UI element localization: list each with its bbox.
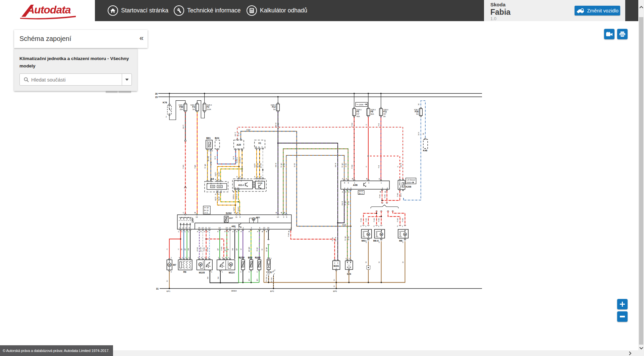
svg-text:rt ws: rt ws <box>373 218 375 222</box>
svg-text:M: M <box>230 263 231 266</box>
svg-text:B: B <box>281 212 282 214</box>
svg-text:rt: rt <box>397 166 399 167</box>
svg-text:br bl: br bl <box>283 163 285 167</box>
svg-text:rt ws: rt ws <box>396 218 398 222</box>
svg-text:2: 2 <box>182 227 183 229</box>
svg-text:A: A <box>342 191 343 193</box>
svg-text:4: 4 <box>189 227 190 229</box>
svg-text:2: 2 <box>210 183 211 185</box>
svg-text:VAN-H: VAN-H <box>235 194 237 200</box>
svg-text:rt ws: rt ws <box>220 247 222 251</box>
svg-text:M114: M114 <box>229 271 234 274</box>
svg-text:sw vi: sw vi <box>341 201 343 205</box>
svg-text:38964: 38964 <box>231 290 237 292</box>
svg-text:sw rt: sw rt <box>182 125 184 129</box>
svg-text:br: br <box>333 279 335 281</box>
svg-text:A: A <box>215 193 216 195</box>
svg-text:gr ge: gr ge <box>265 247 267 252</box>
svg-text:2: 2 <box>240 257 241 259</box>
svg-text:2: 2 <box>255 180 256 182</box>
svg-text:25A: 25A <box>180 108 183 110</box>
svg-text:B: B <box>288 231 290 233</box>
svg-text:1: 1 <box>261 180 262 182</box>
svg-text:A: A <box>200 231 202 233</box>
svg-text:F11: F11 <box>383 110 387 113</box>
svg-text:F: F <box>240 176 241 178</box>
svg-text:4: 4 <box>198 257 199 259</box>
svg-text:1: 1 <box>209 150 210 152</box>
svg-text:M: M <box>404 233 406 236</box>
svg-text:16: 16 <box>226 227 228 229</box>
svg-text:A: A <box>207 231 208 233</box>
svg-text:B: B <box>276 212 277 214</box>
svg-text:rt ws: rt ws <box>396 193 398 197</box>
svg-text:A: A <box>218 179 219 181</box>
svg-text:og gn: og gn <box>237 207 239 211</box>
svg-text:B: B <box>366 178 368 180</box>
svg-text:bl rt: bl rt <box>214 156 216 159</box>
svg-text:C: C <box>183 212 184 214</box>
svg-text:13: 13 <box>263 227 265 229</box>
svg-text:br: br <box>261 248 263 250</box>
svg-text:br: br <box>333 285 335 287</box>
svg-text:rt: rt <box>177 249 179 250</box>
svg-text:bl ws: bl ws <box>206 247 208 251</box>
svg-text:gn ge: gn ge <box>248 247 250 252</box>
svg-text:gr: gr <box>227 248 229 250</box>
svg-text:11: 11 <box>205 227 207 229</box>
svg-text:EP6: EP6 <box>333 290 337 292</box>
svg-text:6: 6 <box>286 216 287 218</box>
svg-text:A75: A75 <box>211 186 214 188</box>
svg-text:3: 3 <box>185 257 186 259</box>
svg-text:K76: K76 <box>163 101 167 104</box>
svg-text:1: 1 <box>207 183 208 185</box>
svg-text:3: 3 <box>283 216 284 218</box>
svg-text:A: A <box>197 231 198 233</box>
svg-text:2: 2 <box>212 150 213 152</box>
svg-text:2: 2 <box>243 227 244 229</box>
svg-text:4: 4 <box>387 187 388 189</box>
svg-text:B160: B160 <box>255 256 261 259</box>
svg-text:6: 6 <box>258 180 259 182</box>
svg-text:K46: K46 <box>423 149 427 152</box>
svg-text:2: 2 <box>397 225 398 227</box>
svg-text:3: 3 <box>402 241 403 243</box>
svg-text:2: 2 <box>266 274 267 276</box>
svg-text:1: 1 <box>365 225 366 227</box>
svg-text:C: C <box>184 231 186 233</box>
svg-text:B161: B161 <box>333 265 339 267</box>
svg-text:A: A <box>224 231 226 233</box>
svg-text:vi gn: vi gn <box>256 247 258 251</box>
svg-text:5A: 5A <box>193 108 195 110</box>
svg-text:S292: S292 <box>226 212 232 215</box>
svg-text:2: 2 <box>166 116 167 118</box>
svg-text:rt ws: rt ws <box>182 165 184 169</box>
svg-text:B: B <box>237 212 238 214</box>
svg-text:110A: 110A <box>207 108 211 110</box>
svg-text:31: 31 <box>156 288 159 290</box>
svg-text:3: 3 <box>378 241 379 243</box>
svg-text:sw vi: sw vi <box>275 123 277 127</box>
svg-text:14: 14 <box>255 146 257 148</box>
svg-text:4: 4 <box>228 257 229 259</box>
svg-text:bl rt: bl rt <box>232 156 234 159</box>
svg-text:A: A <box>342 178 343 180</box>
svg-text:F3: F3 <box>192 106 195 108</box>
svg-text:9: 9 <box>235 187 236 189</box>
svg-text:1: 1 <box>378 225 379 227</box>
svg-text:B: B <box>266 231 267 233</box>
svg-text:gn: gn <box>184 248 186 250</box>
svg-text:2: 2 <box>374 225 375 227</box>
svg-text:1: 1 <box>290 227 291 229</box>
svg-text:1: 1 <box>354 182 355 184</box>
svg-text:12: 12 <box>237 187 239 189</box>
svg-text:M: M <box>380 233 382 236</box>
svg-text:rt ws: rt ws <box>401 218 404 222</box>
svg-text:rt ws: rt ws <box>365 218 367 222</box>
svg-text:2: 2 <box>257 257 258 259</box>
svg-text:F8: F8 <box>371 110 373 113</box>
svg-text:og gn: og gn <box>218 172 220 176</box>
svg-text:br bl: br bl <box>210 162 212 165</box>
svg-text:og br: og br <box>233 207 235 211</box>
svg-text:gn: gn <box>256 279 258 281</box>
